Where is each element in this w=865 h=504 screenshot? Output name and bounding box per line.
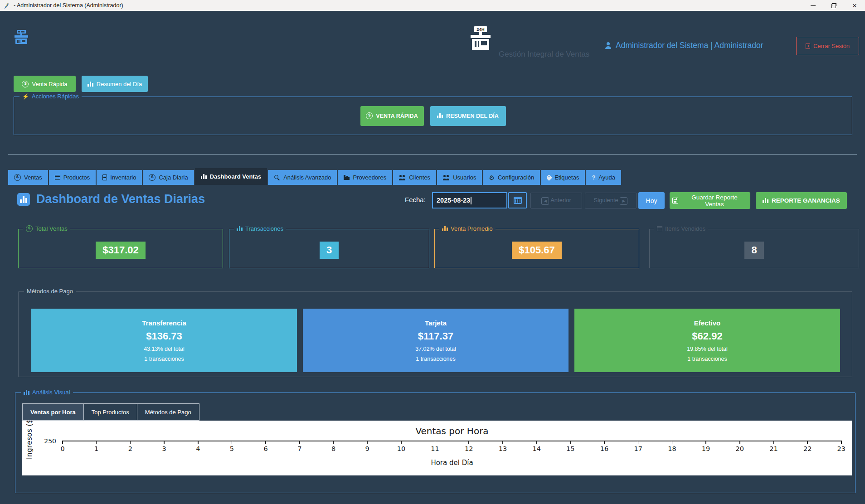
tick-label: 13 (499, 445, 507, 452)
tab-dashboard-ventas[interactable]: Dashboard Ventas (195, 168, 267, 185)
chart-icon (237, 226, 243, 231)
tab-label: Caja Diaria (159, 174, 188, 181)
venta-rapida-button[interactable]: Venta Rápida (14, 76, 76, 92)
payment-transactions: 1 transacciones (144, 356, 184, 362)
stat-label-text: Venta Promedio (451, 225, 493, 232)
tick-label: 18 (668, 445, 676, 452)
people-icon (443, 175, 450, 180)
hoy-button[interactable]: Hoy (638, 192, 665, 209)
page-title-text: Dashboard de Ventas Diarias (36, 192, 205, 206)
tab-ventas-por-hora[interactable]: Ventas por Hora (22, 403, 83, 421)
tab-label: Ayuda (598, 174, 615, 181)
text-caret (471, 197, 471, 204)
tab-caja-diaria[interactable]: Caja Diaria (143, 170, 194, 185)
app-subtitle: Gestión Integral de Ventas (499, 50, 589, 59)
tab-analisis-avanzado[interactable]: Análisis Avanzado (268, 170, 337, 185)
stat-label: Items Vendidos (654, 225, 708, 232)
siguiente-button[interactable]: Siguiente ▶ (585, 193, 637, 208)
tick-label: 16 (600, 445, 608, 452)
chart-icon (201, 174, 207, 179)
venta-rapida-label: Venta Rápida (32, 81, 67, 87)
reporte-ganancias-button[interactable]: REPORTE GANANCIAS (756, 192, 847, 209)
chart-x-tick: 3 (164, 441, 165, 452)
tab-productos[interactable]: Productos (49, 170, 96, 185)
tab-label: Productos (63, 174, 90, 181)
fecha-input[interactable]: 2025-08-23 (432, 192, 507, 208)
restore-icon (831, 3, 836, 8)
calendar-button[interactable] (508, 192, 527, 208)
tab-configuracion[interactable]: Configuración (483, 170, 540, 185)
stat-label: Venta Promedio (439, 225, 496, 232)
minimize-button[interactable] (802, 0, 823, 11)
tick-mark (502, 441, 503, 444)
chart-x-tick: 7 (299, 441, 300, 452)
restore-button[interactable] (823, 0, 844, 11)
tick-mark (536, 441, 537, 444)
venta-rapida-big-button[interactable]: VENTA RÁPIDA (360, 106, 424, 126)
tick-label: 11 (431, 445, 439, 452)
tab-label: Proveedores (353, 174, 386, 181)
analysis-tab-bar: Ventas por Hora Top Productos Métodos de… (22, 403, 199, 421)
guardar-reporte-button[interactable]: Guardar Reporte Ventas (670, 192, 750, 209)
payment-amount: $136.73 (146, 330, 182, 342)
payment-amount: $117.37 (418, 330, 453, 342)
tick-mark (333, 441, 334, 444)
tab-etiquetas[interactable]: Etiquetas (541, 170, 585, 185)
tick-label: 17 (634, 445, 642, 452)
tab-label: Ventas (24, 174, 42, 181)
tab-top-productos[interactable]: Top Productos (83, 403, 137, 421)
tab-inventario[interactable]: Inventario (97, 170, 142, 185)
tab-ventas[interactable]: Ventas (8, 170, 48, 185)
section-divider (8, 154, 857, 155)
tick-label: 8 (331, 445, 335, 452)
payment-percent: 37.02% del total (415, 346, 456, 352)
stat-value: 3 (320, 242, 339, 259)
stat-value: $105.67 (512, 242, 562, 259)
frame-label-text: Métodos de Pago (27, 288, 73, 295)
tick-label: 9 (365, 445, 369, 452)
user-info: Administrador del Sistema | Administrado… (605, 41, 763, 50)
store-icon-blue (14, 30, 29, 44)
people-icon (399, 175, 406, 180)
tab-ayuda[interactable]: Ayuda (586, 170, 621, 185)
logout-button[interactable]: Cerrar Sesión (796, 37, 859, 55)
chart-x-tick: 2 (130, 441, 131, 452)
python-feather-icon (3, 2, 10, 9)
chart-icon (437, 113, 443, 118)
tab-label: Clientes (409, 174, 430, 181)
anterior-button[interactable]: ◀ Anterior (530, 193, 582, 208)
stat-label-text: Transacciones (245, 225, 283, 232)
tick-label: 12 (465, 445, 473, 452)
metodos-pago-frame: Métodos de Pago Transferencia $136.73 43… (18, 291, 852, 377)
tick-mark (468, 441, 469, 444)
main-tab-bar: Ventas Productos Inventario Caja Diaria … (8, 168, 621, 185)
chart-x-tick: 14 (536, 441, 537, 452)
tick-label: 21 (769, 445, 778, 452)
chart-x-axis-label: Hora del Día (62, 459, 842, 467)
title-bar: - Administrador del Sistema (Administrad… (0, 0, 865, 11)
chart-x-tick: 16 (604, 441, 605, 452)
fecha-label: Fecha: (405, 196, 426, 204)
tag-icon (546, 174, 552, 180)
sales-by-hour-chart: Ingresos ($) Ventas por Hora 250 0123456… (22, 421, 852, 475)
window-title: - Administrador del Sistema (Administrad… (14, 2, 123, 9)
tab-clientes[interactable]: Clientes (393, 170, 436, 185)
stat-value: $317.02 (96, 242, 146, 259)
tab-usuarios[interactable]: Usuarios (437, 170, 482, 185)
tick-mark (198, 441, 199, 444)
chart-x-tick: 0 (62, 441, 63, 452)
frame-label-text: Análisis Visual (32, 389, 70, 396)
tab-proveedores[interactable]: Proveedores (338, 170, 392, 185)
tick-mark (672, 441, 673, 444)
box-icon (55, 175, 60, 180)
tick-mark (638, 441, 639, 444)
tab-metodos-de-pago[interactable]: Métodos de Pago (137, 403, 199, 421)
stat-card-items-vendidos: Items Vendidos 8 (649, 229, 859, 268)
tick-mark (130, 441, 131, 444)
tick-mark (807, 441, 808, 444)
resumen-dia-button[interactable]: Resumen del Día (82, 76, 148, 92)
resumen-dia-big-button[interactable]: RESUMEN DEL DÍA (430, 106, 506, 126)
money-icon (366, 112, 373, 119)
close-button[interactable]: × (844, 0, 865, 11)
list-icon (102, 174, 107, 180)
